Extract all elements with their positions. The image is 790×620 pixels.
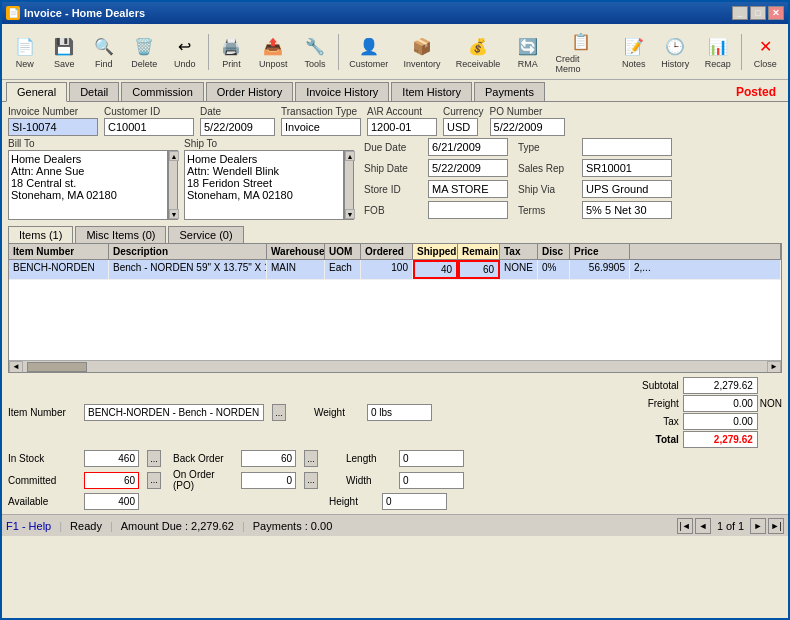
find-button[interactable]: 🔍 Find — [85, 31, 123, 72]
po-number-input[interactable] — [490, 118, 565, 136]
scrollbar-thumb[interactable] — [27, 362, 87, 372]
weight-input[interactable] — [367, 404, 432, 421]
recap-label: Recap — [705, 59, 731, 69]
rma-button[interactable]: 🔄 RMA — [509, 31, 547, 72]
unpost-icon: 📤 — [261, 34, 285, 58]
delete-button[interactable]: 🗑️ Delete — [125, 31, 165, 72]
tab-detail[interactable]: Detail — [69, 82, 119, 101]
customer-button[interactable]: 👤 Customer — [343, 31, 395, 72]
new-button[interactable]: 📄 New — [6, 31, 44, 72]
items-tab-misc[interactable]: Misc Items (0) — [75, 226, 166, 243]
length-label: Length — [346, 453, 391, 464]
bill-to-scrollbar[interactable]: ▲ ▼ — [168, 150, 178, 220]
back-order-dots-button[interactable]: ... — [304, 450, 318, 467]
grid-scrollbar-h[interactable]: ◄ ► — [9, 360, 781, 372]
table-row[interactable]: BENCH-NORDEN Bench - NORDEN 59" X 13.75"… — [9, 260, 781, 280]
fob-input[interactable] — [428, 201, 508, 219]
tools-icon: 🔧 — [303, 34, 327, 58]
date-input[interactable] — [200, 118, 275, 136]
unpost-button[interactable]: 📤 Unpost — [252, 31, 294, 72]
ship-date-input[interactable] — [428, 159, 508, 177]
scroll-right-button[interactable]: ► — [767, 361, 781, 373]
nav-prev-button[interactable]: ◄ — [695, 518, 711, 534]
main-window: 📄 Invoice - Home Dealers _ □ ✕ 📄 New 💾 S… — [0, 0, 790, 620]
item-number-bottom-input[interactable] — [84, 404, 264, 421]
nav-first-button[interactable]: |◄ — [677, 518, 693, 534]
height-input[interactable] — [382, 493, 447, 510]
rma-icon: 🔄 — [516, 34, 540, 58]
close-window-button[interactable]: ✕ — [768, 6, 784, 20]
tab-item-history[interactable]: Item History — [391, 82, 472, 101]
credit-memo-label: Credit Memo — [555, 54, 606, 74]
tab-payments[interactable]: Payments — [474, 82, 545, 101]
nav-controls: |◄ ◄ 1 of 1 ► ►| — [677, 518, 784, 534]
invoice-number-input[interactable] — [8, 118, 98, 136]
history-button[interactable]: 🕒 History — [654, 31, 695, 72]
bill-to-scroll-down[interactable]: ▼ — [169, 209, 179, 219]
ship-via-input[interactable] — [582, 180, 672, 198]
type-input[interactable] — [582, 138, 672, 156]
ship-to-scrollbar[interactable]: ▲ ▼ — [344, 150, 354, 220]
title-controls[interactable]: _ □ ✕ — [732, 6, 784, 20]
notes-button[interactable]: 📝 Notes — [615, 31, 653, 72]
minimize-button[interactable]: _ — [732, 6, 748, 20]
recap-button[interactable]: 📊 Recap — [698, 31, 738, 72]
tab-order-history[interactable]: Order History — [206, 82, 293, 101]
ar-account-input[interactable] — [367, 118, 437, 136]
on-order-dots-button[interactable]: ... — [304, 472, 318, 489]
store-id-input[interactable] — [428, 180, 508, 198]
undo-button[interactable]: ↩ Undo — [166, 31, 204, 72]
of-text: of — [726, 520, 735, 532]
transaction-type-input[interactable] — [281, 118, 361, 136]
tab-commission[interactable]: Commission — [121, 82, 204, 101]
nav-next-button[interactable]: ► — [750, 518, 766, 534]
date-group: Date — [200, 106, 275, 136]
length-input[interactable] — [399, 450, 464, 467]
item-number-dots-button[interactable]: ... — [272, 404, 286, 421]
help-link[interactable]: F1 - Help — [6, 520, 51, 532]
sales-rep-input[interactable] — [582, 159, 672, 177]
width-input[interactable] — [399, 472, 464, 489]
in-stock-dots-button[interactable]: ... — [147, 450, 161, 467]
tab-general[interactable]: General — [6, 82, 67, 102]
currency-label: Currency — [443, 106, 484, 117]
invoice-number-label: Invoice Number — [8, 106, 98, 117]
subtotal-label: Subtotal — [624, 380, 679, 391]
status-ready: Ready — [70, 520, 102, 532]
committed-dots-button[interactable]: ... — [147, 472, 161, 489]
col-price: Price — [570, 244, 630, 259]
right-fields: Due Date Ship Date Store ID FOB — [364, 138, 508, 220]
recap-icon: 📊 — [706, 34, 730, 58]
freight-value[interactable] — [683, 395, 758, 412]
tab-invoice-history[interactable]: Invoice History — [295, 82, 389, 101]
credit-memo-button[interactable]: 📋 Credit Memo — [548, 26, 613, 77]
date-label: Date — [200, 106, 275, 117]
available-label: Available — [8, 496, 76, 507]
customer-id-input[interactable] — [104, 118, 194, 136]
subtotal-value — [683, 377, 758, 394]
ship-to-scroll-up[interactable]: ▲ — [345, 151, 355, 161]
inventory-button[interactable]: 📦 Inventory — [397, 31, 447, 72]
tools-button[interactable]: 🔧 Tools — [296, 31, 334, 72]
items-tab-service[interactable]: Service (0) — [168, 226, 243, 243]
on-order-label: On Order (PO) — [173, 469, 233, 491]
customer-icon: 👤 — [357, 34, 381, 58]
terms-input[interactable] — [582, 201, 672, 219]
save-button[interactable]: 💾 Save — [46, 31, 84, 72]
tools-label: Tools — [304, 59, 325, 69]
nav-last-button[interactable]: ►| — [768, 518, 784, 534]
due-date-input[interactable] — [428, 138, 508, 156]
ship-to-scroll-down[interactable]: ▼ — [345, 209, 355, 219]
freight-row: Freight NON — [624, 395, 782, 412]
scroll-left-button[interactable]: ◄ — [9, 361, 23, 373]
close-button[interactable]: ✕ Close — [746, 31, 784, 72]
maximize-button[interactable]: □ — [750, 6, 766, 20]
scrollbar-track — [23, 362, 767, 372]
receivable-button[interactable]: 💰 Receivable — [449, 31, 507, 72]
currency-input[interactable] — [443, 118, 478, 136]
print-button[interactable]: 🖨️ Print — [213, 31, 251, 72]
bill-to-scroll-up[interactable]: ▲ — [169, 151, 179, 161]
window-title: Invoice - Home Dealers — [24, 7, 145, 19]
items-tab-items[interactable]: Items (1) — [8, 226, 73, 243]
bill-to-container: Home Dealers Attn: Anne Sue 18 Central s… — [8, 150, 178, 220]
